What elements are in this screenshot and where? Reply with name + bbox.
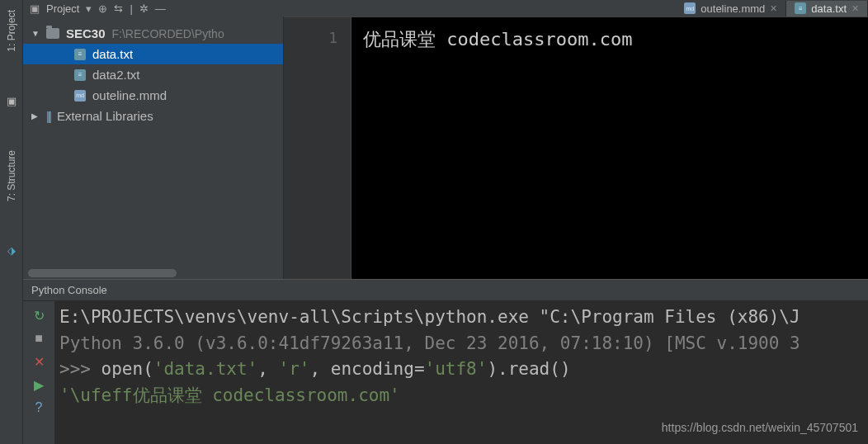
console-result: '\ufeff优品课堂 codeclassroom.com' <box>59 383 863 409</box>
stop-icon[interactable]: ■ <box>31 331 46 346</box>
console-toolbar: ↻ ■ ✕ ▶ ? <box>23 301 54 444</box>
chevron-right-icon[interactable]: ▶ <box>31 111 40 120</box>
body-row: ▼ SEC30 F:\RECORDED\Pytho ≡ data.txt ≡ d… <box>23 17 868 279</box>
collapse-icon[interactable]: ⇆ <box>114 2 123 15</box>
tree-file-label: data2.txt <box>92 68 140 82</box>
project-panel-title: Project <box>46 2 79 15</box>
editor-gutter: 1 <box>284 17 351 279</box>
mmd-file-icon: md <box>74 90 86 102</box>
locate-icon[interactable]: ⊕ <box>98 2 107 15</box>
scrollbar-thumb[interactable] <box>28 269 177 277</box>
divider-icon: | <box>130 2 132 15</box>
tree-file-outeline-mmd[interactable]: md outeline.mmd <box>23 85 283 106</box>
tab-label: data.txt <box>811 2 847 15</box>
rerun-icon[interactable]: ↻ <box>31 308 46 323</box>
hide-icon[interactable]: — <box>155 2 166 15</box>
close-icon[interactable]: ✕ <box>31 354 46 369</box>
editor-tabs: md outeline.mmd ✕ ≡ data.txt ✕ <box>676 1 868 17</box>
project-name: SEC30 <box>66 26 106 40</box>
editor-body[interactable]: 优品课堂 codeclassroom.com <box>351 17 868 279</box>
structure-tool-icon[interactable]: ⬗ <box>6 239 17 262</box>
main-area: ▣ Project ▾ ⊕ ⇆ | ✲ — md outeline.mmd ✕ … <box>23 0 868 279</box>
project-dropdown-icon[interactable]: ▣ <box>30 2 40 15</box>
txt-file-icon: ≡ <box>795 2 806 14</box>
tree-file-data-txt[interactable]: ≡ data.txt <box>23 44 283 64</box>
txt-file-icon: ≡ <box>74 49 86 60</box>
left-tool-gutter: 1: Project ▣ 7: Structure ⬗ <box>0 0 23 444</box>
libraries-icon: ||| <box>46 110 50 123</box>
tree-file-label: data.txt <box>92 47 133 61</box>
editor: 1 优品课堂 codeclassroom.com <box>284 17 868 279</box>
tab-label: outeline.mmd <box>701 2 765 15</box>
tree-file-data2-txt[interactable]: ≡ data2.txt <box>23 64 283 85</box>
project-path: F:\RECORDED\Pytho <box>112 27 224 40</box>
close-icon[interactable]: ✕ <box>851 3 859 14</box>
project-tree: ▼ SEC30 F:\RECORDED\Pytho ≡ data.txt ≡ d… <box>23 17 283 267</box>
project-tool-icon[interactable]: ▣ <box>5 90 18 112</box>
console-input-line: >>> open('data.txt', 'r', encoding='utf8… <box>59 357 863 383</box>
run-icon[interactable]: ▶ <box>31 377 46 392</box>
top-tabs-row: ▣ Project ▾ ⊕ ⇆ | ✲ — md outeline.mmd ✕ … <box>23 0 868 17</box>
console-tab[interactable]: Python Console <box>23 280 868 301</box>
folder-icon <box>46 28 59 39</box>
editor-line: 优品课堂 codeclassroom.com <box>363 29 632 50</box>
gear-icon[interactable]: ✲ <box>139 2 149 15</box>
tab-data-txt[interactable]: ≡ data.txt ✕ <box>786 1 868 17</box>
python-console-panel: Python Console ↻ ■ ✕ ▶ ? E:\PROJECTS\ven… <box>23 279 868 444</box>
project-panel: ▼ SEC30 F:\RECORDED\Pytho ≡ data.txt ≡ d… <box>23 17 284 279</box>
tree-external-libraries[interactable]: ▶ ||| External Libraries <box>23 106 283 126</box>
console-line: E:\PROJECTS\venvs\venv-all\Scripts\pytho… <box>59 305 863 331</box>
tab-outeline-mmd[interactable]: md outeline.mmd ✕ <box>676 1 786 17</box>
console-line: Python 3.6.0 (v3.6.0:41df79263a11, Dec 2… <box>59 331 863 357</box>
tree-file-label: outeline.mmd <box>92 88 167 102</box>
prompt: >>> <box>59 359 91 379</box>
line-number: 1 <box>284 29 337 46</box>
chevron-down-icon[interactable]: ▾ <box>86 2 92 15</box>
txt-file-icon: ≡ <box>74 69 86 81</box>
project-panel-header: ▣ Project ▾ ⊕ ⇆ | ✲ — <box>23 0 172 17</box>
close-icon[interactable]: ✕ <box>770 3 777 14</box>
mmd-file-icon: md <box>684 2 696 14</box>
project-hscrollbar[interactable] <box>23 267 283 279</box>
chevron-down-icon[interactable]: ▼ <box>31 29 40 38</box>
structure-tool-tab[interactable]: 7: Structure <box>4 145 19 206</box>
help-icon[interactable]: ? <box>31 400 46 415</box>
external-libraries-label: External Libraries <box>57 109 153 123</box>
project-tool-tab[interactable]: 1: Project <box>4 5 19 57</box>
tree-root[interactable]: ▼ SEC30 F:\RECORDED\Pytho <box>23 23 283 44</box>
watermark: https://blog.csdn.net/weixin_45707501 <box>662 421 858 434</box>
